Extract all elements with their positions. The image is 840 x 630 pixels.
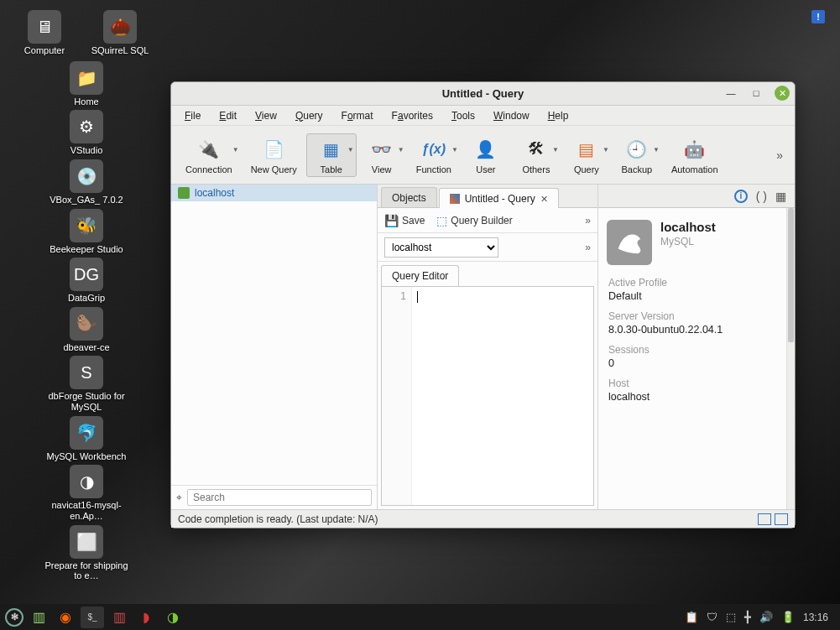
brackets-icon[interactable]: ( ) xyxy=(756,190,767,203)
toolbar-overflow-icon[interactable]: » xyxy=(770,148,790,162)
connection-label: localhost xyxy=(195,187,234,199)
editor-tabs: ObjectsUntitled - Query✕ xyxy=(378,185,597,208)
toolbar-query-button[interactable]: ▤Query▼ xyxy=(561,133,612,177)
toolbar-others-button[interactable]: 🛠Others▼ xyxy=(511,133,561,177)
code-area[interactable] xyxy=(412,287,593,505)
automation-icon: 🤖 xyxy=(683,138,707,161)
menu-query[interactable]: Query xyxy=(287,108,331,123)
tray-disk-icon[interactable]: ⬚ xyxy=(726,611,736,623)
desktop-icon-vbox-gas-7-0-2[interactable]: 💿VBox_GAs_ 7.0.2 xyxy=(44,159,128,206)
files-launcher[interactable]: ▥ xyxy=(27,607,50,628)
info-pane: i ( ) ▦ localhost MySQL Active ProfileDe… xyxy=(598,185,795,509)
tab-untitled-query[interactable]: Untitled - Query✕ xyxy=(439,188,559,208)
app-icon: 🌰 xyxy=(103,10,137,44)
menu-file[interactable]: File xyxy=(176,108,209,123)
desktop-icon-dbforge-studio-for-m[interactable]: SdbForge Studio for MySQL xyxy=(44,356,128,412)
info-field-host: Hostlocalhost xyxy=(598,372,795,406)
app-icon: 🦫 xyxy=(70,307,103,341)
desktop-icon-vstudio[interactable]: ⚙VStudio xyxy=(44,110,128,156)
sql-editor[interactable]: 1 xyxy=(381,286,594,506)
app-launcher-1[interactable]: ◗ xyxy=(134,607,158,628)
desktop-icon-prepare-for-shipping[interactable]: ⬜Prepare for shipping to e… xyxy=(44,525,128,581)
toolbar-connection-button[interactable]: 🔌Connection▼ xyxy=(176,133,242,177)
connection-node-localhost[interactable]: localhost xyxy=(171,185,377,201)
menu-help[interactable]: Help xyxy=(540,108,577,123)
app-icon: 🖥 xyxy=(28,10,61,44)
settings-icon[interactable]: ⌖ xyxy=(176,492,182,503)
toolbar-new-query-button[interactable]: 📄New Query xyxy=(242,133,306,177)
desktop-icon-squirrel-sql[interactable]: 🌰SQuirreL SQL xyxy=(82,10,158,56)
menu-window[interactable]: Window xyxy=(485,108,538,123)
app-icon: DG xyxy=(70,258,103,291)
desktop-icon-home[interactable]: 📁Home xyxy=(44,61,128,107)
menu-favorites[interactable]: Favorites xyxy=(383,108,441,123)
toolbar-label: Backup xyxy=(622,164,653,174)
minimize-button[interactable]: — xyxy=(724,86,738,100)
line-gutter: 1 xyxy=(382,287,412,505)
layout-toggle-left[interactable] xyxy=(758,513,771,525)
subbar-more-icon[interactable]: » xyxy=(585,215,591,226)
menu-view[interactable]: View xyxy=(247,108,285,123)
toolbar-view-button[interactable]: 👓View▼ xyxy=(357,133,407,177)
info-field-active-profile: Active ProfileDefault xyxy=(598,272,795,305)
save-button[interactable]: 💾Save xyxy=(384,214,425,227)
desktop-icon-datagrip[interactable]: DGDataGrip xyxy=(44,258,128,304)
chevron-down-icon: ▼ xyxy=(232,146,239,154)
info-icon[interactable]: i xyxy=(734,190,748,203)
query-builder-button[interactable]: ⬚Query Builder xyxy=(436,214,512,227)
toolbar-label: Automation xyxy=(671,164,718,174)
notification-badge[interactable]: ! xyxy=(811,10,825,23)
tray-network-icon[interactable]: ╋ xyxy=(744,611,751,623)
toolbar-label: User xyxy=(476,164,495,174)
titlebar: Untitled - Query — □ ✕ xyxy=(171,82,795,106)
chevron-down-icon: ▼ xyxy=(603,146,609,154)
tree-search-input[interactable] xyxy=(187,489,372,506)
tray-clipboard-icon[interactable]: 📋 xyxy=(685,611,698,623)
layout-toggle-right[interactable] xyxy=(775,513,788,525)
user-icon: 👤 xyxy=(474,138,498,161)
app-icon: 📁 xyxy=(70,61,103,95)
app-window: Untitled - Query — □ ✕ FileEditViewQuery… xyxy=(170,81,796,528)
firefox-launcher[interactable]: ◉ xyxy=(54,607,77,628)
chevron-down-icon: ▼ xyxy=(653,146,660,154)
toolbar-backup-button[interactable]: 🕘Backup▼ xyxy=(612,133,662,177)
tray-volume-icon[interactable]: 🔊 xyxy=(759,611,773,623)
terminal-launcher[interactable]: $_ xyxy=(81,607,104,628)
desktop-icon-navicat16-mysql-en-a[interactable]: ◑navicat16-mysql-en.Ap… xyxy=(44,465,128,521)
start-menu-button[interactable]: ✻ xyxy=(5,608,23,627)
connsel-more-icon[interactable]: » xyxy=(585,242,591,253)
toolbar-automation-button[interactable]: 🤖Automation xyxy=(662,133,728,177)
close-button[interactable]: ✕ xyxy=(775,86,790,101)
clock[interactable]: 13:16 xyxy=(803,612,828,623)
desktop-icon-computer[interactable]: 🖥Computer xyxy=(7,10,82,56)
close-tab-icon[interactable]: ✕ xyxy=(540,194,548,205)
menu-tools[interactable]: Tools xyxy=(443,108,483,123)
icon-label: dbeaver-ce xyxy=(44,342,128,353)
info-scrollbar[interactable] xyxy=(786,208,795,509)
tab-objects[interactable]: Objects xyxy=(381,187,437,207)
desktop-icon-beekeeper-studio[interactable]: 🐝Beekeeper Studio xyxy=(44,209,128,255)
desktop-icon-dbeaver-ce[interactable]: 🦫dbeaver-ce xyxy=(44,307,128,353)
statusbar: Code completion is ready. (Last update: … xyxy=(171,509,795,528)
connection-icon: 🔌 xyxy=(197,138,221,161)
files2-launcher[interactable]: ▥ xyxy=(107,607,131,628)
toolbar-user-button[interactable]: 👤User xyxy=(461,133,511,177)
menu-edit[interactable]: Edit xyxy=(211,108,245,123)
field-label: Host xyxy=(608,377,785,389)
query-editor-tab[interactable]: Query Editor xyxy=(381,265,459,286)
tray-shield-icon[interactable]: 🛡 xyxy=(707,611,717,623)
menu-format[interactable]: Format xyxy=(333,108,382,123)
navicat-task[interactable]: ◑ xyxy=(161,607,185,628)
field-label: Sessions xyxy=(608,344,785,356)
grid-icon[interactable]: ▦ xyxy=(775,190,786,203)
connection-selector[interactable]: localhost xyxy=(384,237,498,258)
maximize-button[interactable]: □ xyxy=(749,86,763,100)
toolbar-table-button[interactable]: ▦Table▼ xyxy=(306,133,357,177)
tab-label: Untitled - Query xyxy=(465,193,535,205)
toolbar-function-button[interactable]: ƒ(x)Function▼ xyxy=(407,133,461,177)
app-icon: 🐝 xyxy=(70,209,103,242)
table-icon: ▦ xyxy=(320,138,343,161)
desktop-icon-mysql-workbench[interactable]: 🐬MySQL Workbench xyxy=(44,416,128,462)
app-icon: ⚙ xyxy=(70,110,103,143)
tray-battery-icon[interactable]: 🔋 xyxy=(781,611,795,623)
